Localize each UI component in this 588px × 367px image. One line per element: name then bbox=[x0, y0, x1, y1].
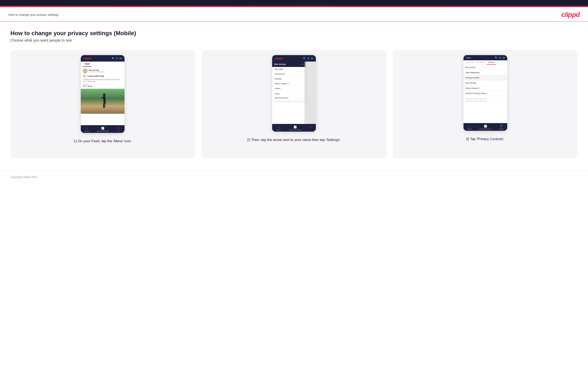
home-icon-1: ⌂ bbox=[86, 127, 88, 130]
feed-user-info: Blair McHarg Yesterday · Sunningdale bbox=[89, 69, 104, 73]
footer-home-label-1: Home bbox=[85, 130, 89, 132]
feed-desc: Looking to feel like my hands are exitin… bbox=[83, 79, 122, 82]
svg-rect-4 bbox=[104, 100, 106, 104]
feed-tab[interactable]: Feed bbox=[83, 62, 91, 67]
client-version: Clippd Client Version: 2022.8.3-3 bbox=[466, 98, 505, 100]
search-icon-2[interactable]: 🔍 bbox=[303, 57, 306, 59]
golfer-silhouette bbox=[98, 93, 109, 112]
phone-content-2: Blair McHarg ∧ My Profile Connections Se… bbox=[272, 62, 316, 124]
tab-settings[interactable]: Settings bbox=[487, 60, 496, 65]
step-3-caption: 3) Tap 'Privacy Controls'. bbox=[466, 137, 505, 142]
home-icon-2: ⌂ bbox=[278, 125, 279, 128]
feed-image bbox=[81, 89, 124, 114]
feed-user-name: Blair McHarg bbox=[89, 69, 104, 71]
settings-service-privacy[interactable]: Service & Privacy Policy ↗ bbox=[464, 91, 507, 96]
settings-list: My Account › Data Integrations › Privacy… bbox=[464, 65, 507, 96]
footer-copyright: Copyright Clippd 2022 bbox=[10, 175, 37, 179]
footer-performance-2[interactable]: 📈 My Performance bbox=[289, 125, 301, 131]
footer-menu-3[interactable]: ☰ Menu bbox=[499, 125, 503, 130]
user-icon-1[interactable]: 👤 bbox=[116, 57, 118, 59]
menu-item-help[interactable]: Help & Support ↗ bbox=[272, 81, 305, 86]
my-account-label: My Account bbox=[466, 66, 475, 68]
phone-mockup-2: clippd 🔍 👤 ⊕▾ Blair McHarg ∧ bbox=[272, 55, 316, 132]
settings-data-integrations[interactable]: Data Integrations › bbox=[464, 70, 507, 75]
sql-version: SQL Server Version: 2022.7.30-1 bbox=[466, 100, 505, 102]
settings-icon-3[interactable]: ⊕▾ bbox=[502, 57, 505, 59]
settings-help-support[interactable]: Help & Support ↗ bbox=[464, 86, 507, 91]
settings-my-golf-bag[interactable]: My Golf Bag › bbox=[464, 81, 507, 86]
my-golf-bag-label: My Golf Bag bbox=[466, 82, 476, 84]
back-button[interactable]: ‹ Back bbox=[466, 57, 471, 59]
feed-user-row: BM Blair McHarg Yesterday · Sunningdale bbox=[83, 69, 122, 73]
data-integrations-chevron: › bbox=[504, 72, 505, 74]
header: How to change your privacy settings clip… bbox=[0, 7, 588, 22]
feed-avatar: BM bbox=[83, 69, 87, 73]
menu-icon-1: ☰ bbox=[117, 127, 120, 130]
menu-home-label: Home bbox=[275, 93, 280, 95]
footer-menu-label-1: Menu bbox=[117, 130, 121, 132]
footer-performance-label-3: My Performance bbox=[479, 128, 492, 130]
feed-duration-val: 01 hr : 30 min bbox=[83, 85, 122, 87]
settings-icon-2[interactable]: ⊕▾ bbox=[311, 57, 313, 59]
search-icon-3[interactable]: 🔍 bbox=[495, 57, 497, 59]
menu-item-connections[interactable]: Connections bbox=[272, 72, 305, 76]
phone-footer-3: ⌂ Home 📈 My Performance ☰ Menu bbox=[464, 123, 507, 131]
phone-header-1: clippd 🔍 👤 ⊕▾ bbox=[81, 55, 124, 62]
step-1-card: clippd 🔍 👤 ⊕▾ Feed BM bbox=[10, 50, 195, 158]
search-icon-1[interactable]: 🔍 bbox=[112, 57, 114, 59]
menu-performance-label: My Performance bbox=[275, 97, 288, 99]
menu-item-logout[interactable]: Logout bbox=[272, 86, 305, 91]
step-3-card: ‹ Back 🔍 👤 ⊕▾ My Profile Connections Set… bbox=[393, 50, 578, 158]
menu-item-my-profile[interactable]: My Profile bbox=[272, 67, 305, 72]
user-icon-2[interactable]: 👤 bbox=[307, 57, 309, 59]
menu-nav-section: Home ∨ My Performance ∨ bbox=[272, 91, 305, 101]
user-icon-3[interactable]: 👤 bbox=[499, 57, 501, 59]
footer-menu-1[interactable]: ☰ Menu bbox=[117, 127, 121, 132]
privacy-controls-chevron: › bbox=[504, 77, 505, 79]
settings-my-account[interactable]: My Account › bbox=[464, 65, 507, 70]
footer-home-3[interactable]: ⌂ Home bbox=[467, 125, 472, 130]
menu-nav-performance[interactable]: My Performance ∨ bbox=[272, 96, 305, 100]
settings-content: My Account › Data Integrations › Privacy… bbox=[464, 65, 507, 123]
footer-performance-3[interactable]: 📈 My Performance bbox=[479, 125, 492, 130]
menu-user-name: Blair McHarg bbox=[274, 63, 286, 65]
service-privacy-label: Service & Privacy Policy ↗ bbox=[466, 92, 488, 94]
footer-home-label-2: Home bbox=[276, 129, 281, 131]
tab-bar-1: Feed bbox=[81, 62, 124, 67]
phone-header-2: clippd 🔍 👤 ⊕▾ bbox=[272, 55, 316, 62]
bg-blur bbox=[304, 62, 316, 124]
data-integrations-label: Data Integrations bbox=[466, 72, 480, 74]
svg-rect-3 bbox=[104, 100, 104, 104]
top-bar bbox=[0, 0, 588, 6]
my-golf-bag-chevron: › bbox=[504, 82, 505, 84]
tab-connections[interactable]: Connections bbox=[475, 60, 487, 65]
feed-user-meta: Yesterday · Sunningdale bbox=[89, 71, 104, 73]
phone-content-1: BM Blair McHarg Yesterday · Sunningdale … bbox=[81, 67, 124, 125]
settings-icon-1[interactable]: ⊕▾ bbox=[119, 57, 122, 59]
settings-privacy-controls[interactable]: Privacy Controls › bbox=[464, 75, 507, 81]
my-account-chevron: › bbox=[504, 66, 505, 68]
phone-mockup-1: clippd 🔍 👤 ⊕▾ Feed BM bbox=[81, 55, 124, 133]
phone-icons-2: 🔍 👤 ⊕▾ bbox=[303, 57, 313, 59]
footer-close-2[interactable]: ✕ bbox=[310, 125, 312, 131]
feed-lesson-row: 🏌 Lesson with Fordy bbox=[83, 75, 122, 78]
footer-home-1[interactable]: ⌂ Home bbox=[85, 127, 89, 132]
help-support-label: Help & Support ↗ bbox=[466, 87, 481, 89]
menu-nav-home[interactable]: Home ∨ bbox=[272, 92, 305, 96]
phone-logo-1: clippd bbox=[83, 57, 91, 60]
phone-footer-1: ⌂ Home 📈 My Performance ☰ Menu bbox=[81, 125, 124, 133]
settings-header: ‹ Back 🔍 👤 ⊕▾ bbox=[464, 55, 507, 60]
footer: Copyright Clippd 2022 bbox=[0, 171, 588, 183]
home-caret: ∨ bbox=[302, 93, 303, 95]
menu-dropdown: Blair McHarg ∧ My Profile Connections Se… bbox=[272, 62, 305, 101]
close-icon-2: ✕ bbox=[310, 125, 312, 128]
footer-performance-1[interactable]: 📈 My Performance bbox=[97, 127, 109, 132]
phone-mockup-3: ‹ Back 🔍 👤 ⊕▾ My Profile Connections Set… bbox=[464, 55, 507, 131]
footer-home-2[interactable]: ⌂ Home bbox=[276, 125, 281, 131]
step-1-caption: 1) On your Feed, tap the 'Menu' icon. bbox=[74, 139, 132, 144]
menu-item-settings[interactable]: Settings bbox=[272, 76, 305, 81]
step-2-card: clippd 🔍 👤 ⊕▾ Blair McHarg ∧ bbox=[202, 50, 386, 158]
tab-my-profile[interactable]: My Profile bbox=[465, 60, 475, 65]
feed-post: BM Blair McHarg Yesterday · Sunningdale … bbox=[81, 67, 124, 89]
menu-user-row[interactable]: Blair McHarg ∧ bbox=[272, 62, 305, 67]
